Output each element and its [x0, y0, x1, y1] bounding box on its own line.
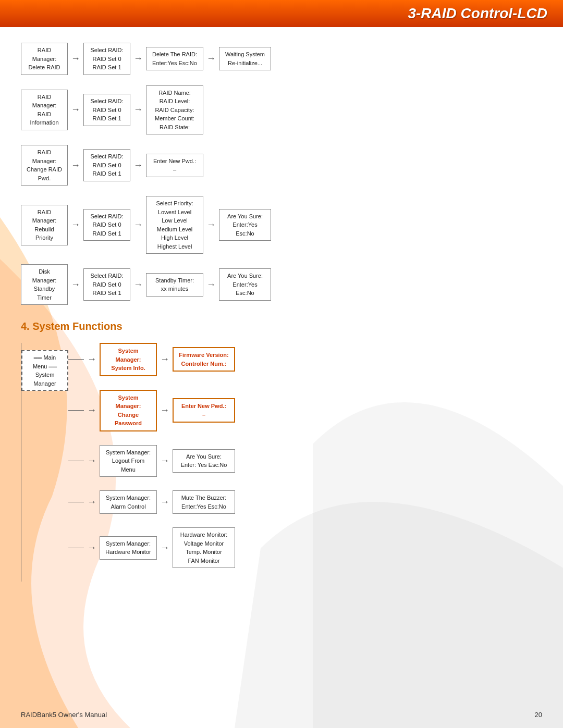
node-hw-1: System Manager:Hardware Monitor — [100, 536, 157, 560]
node-sys-info-1: System Manager:System Info. — [100, 343, 157, 376]
node-rebuild-1: RAID Manager:Rebuild Priority — [21, 205, 68, 245]
node-raid-info-3: RAID Name:RAID Level:RAID Capacity:Membe… — [146, 85, 203, 135]
arrow-5c: → — [203, 279, 219, 290]
arrow-sys-3: → — [84, 455, 100, 466]
node-change-pwd-1: RAID Manager:Change RAID Pwd. — [21, 145, 68, 186]
arrow-sys-2: → — [84, 405, 100, 416]
node-change-pwd-2: Select RAID:RAID Set 0RAID Set 1 — [83, 149, 130, 181]
node-standby-3: Standby Timer:xx minutes — [146, 273, 203, 297]
arrow-1a: → — [68, 53, 83, 64]
page-title: 3-RAID Control-LCD — [408, 5, 547, 22]
arrow-4a: → — [68, 219, 83, 230]
node-logout-1: System Manager:Logout From Menu — [100, 445, 157, 477]
arrow-sys-2b: → — [157, 405, 173, 416]
node-delete-raid-2: Select RAID:RAID Set 0RAID Set 1 — [83, 43, 130, 75]
section4-text: System Functions — [30, 320, 123, 332]
arrow-5b: → — [130, 279, 146, 290]
node-standby-1: Disk Manager:Standby Timer — [21, 264, 68, 305]
node-sys-info-2: Firmware Version:Controller Num.: — [173, 347, 235, 372]
node-rebuild-2: Select RAID:RAID Set 0RAID Set 1 — [83, 209, 130, 241]
flow-row-standby: Disk Manager:Standby Timer → Select RAID… — [21, 264, 542, 305]
node-delete-raid-3: Delete The RAID:Enter:Yes Esc:No — [146, 47, 203, 70]
node-change-pass-2: Enter New Pwd.:– — [173, 398, 235, 423]
arrow-4b: → — [130, 219, 146, 230]
node-hw-2: Hardware Monitor:Voltage MonitorTemp. Mo… — [173, 527, 235, 568]
flow-row-delete-raid: RAID Manager:Delete RAID → Select RAID:R… — [21, 43, 542, 75]
node-change-pwd-3: Enter New Pwd.:– — [146, 154, 203, 177]
arrow-2b: → — [130, 104, 146, 115]
main-menu-box: ══ Main Menu ══System Manager — [21, 350, 68, 391]
node-standby-2: Select RAID:RAID Set 0RAID Set 1 — [83, 268, 130, 301]
arrow-sys-4b: → — [157, 497, 173, 508]
arrow-5a: → — [68, 279, 83, 290]
node-rebuild-3: Select Priority:Lowest LevelLow LevelMed… — [146, 196, 203, 254]
system-flowchart: ══ Main Menu ══System Manager → System M… — [21, 343, 542, 582]
arrow-1c: → — [203, 53, 219, 64]
node-alarm-1: System Manager:Alarm Control — [100, 490, 157, 514]
node-raid-info-2: Select RAID:RAID Set 0RAID Set 1 — [83, 94, 130, 126]
arrow-2a: → — [68, 104, 83, 115]
node-delete-raid-4: Waiting SystemRe-initialize... — [219, 47, 271, 70]
flow-row-rebuild-priority: RAID Manager:Rebuild Priority → Select R… — [21, 196, 542, 254]
arrow-sys-5: → — [84, 542, 100, 553]
flow-row-raid-info: RAID Manager:RAID Information → Select R… — [21, 85, 542, 135]
arrow-sys-1b: → — [157, 354, 173, 365]
arrow-sys-5b: → — [157, 542, 173, 553]
node-alarm-2: Mute The Buzzer:Enter:Yes Esc:No — [173, 490, 235, 514]
node-rebuild-4: Are You Sure:Enter:Yes Esc:No — [219, 209, 271, 241]
footer-manual: RAIDBank5 Owner's Manual — [21, 711, 107, 719]
arrow-sys-3b: → — [157, 455, 173, 466]
arrow-1b: → — [130, 53, 146, 64]
arrow-sys-4: → — [84, 497, 100, 508]
node-raid-info-1: RAID Manager:RAID Information — [21, 90, 68, 130]
node-standby-4: Are You Sure:Enter:Yes Esc:No — [219, 268, 271, 301]
flow-row-change-pwd: RAID Manager:Change RAID Pwd. → Select R… — [21, 145, 542, 186]
node-change-pass-1: System Manager:Change Password — [100, 390, 157, 431]
node-logout-2: Are You Sure:Enter: Yes Esc:No — [173, 449, 235, 473]
page-number: 20 — [535, 711, 542, 719]
arrow-3a: → — [68, 160, 83, 171]
section4-title: 4. System Functions — [21, 320, 542, 332]
arrow-4c: → — [203, 219, 219, 230]
page-header: 3-RAID Control-LCD — [0, 0, 563, 27]
node-delete-raid-1: RAID Manager:Delete RAID — [21, 43, 68, 75]
arrow-3b: → — [130, 160, 146, 171]
arrow-sys-1: → — [84, 354, 100, 365]
raid-flowchart: RAID Manager:Delete RAID → Select RAID:R… — [21, 43, 542, 305]
section4-number: 4. — [21, 320, 30, 332]
